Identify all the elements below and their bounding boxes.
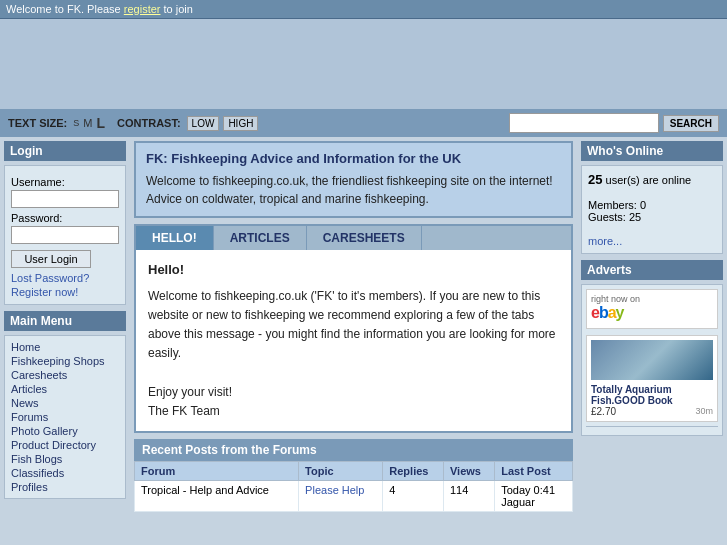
welcome-message-end: to join [160, 3, 192, 15]
login-section-title: Login [4, 141, 126, 161]
whos-online-box: 25 user(s) are online Members: 0 Guests:… [581, 165, 723, 254]
tab-hello[interactable]: HELLO! [136, 226, 214, 250]
menu-news[interactable]: News [11, 396, 119, 410]
tabs-header: HELLO! ARTICLES CARESHEETS [136, 226, 571, 250]
text-size-medium[interactable]: M [83, 117, 92, 129]
recent-posts-title: Recent Posts from the Forums [134, 439, 573, 461]
ad-book[interactable]: Totally Aquarium Fish.GOOD Book £2.70 30… [586, 335, 718, 422]
online-count: 25 [588, 172, 602, 187]
contrast-high-btn[interactable]: HIGH [223, 116, 258, 131]
divider [586, 426, 718, 427]
lastpost-cell: Today 0:41Jaguar [495, 481, 573, 512]
table-row: Tropical - Help and Advice Please Help 4… [135, 481, 573, 512]
menu-articles[interactable]: Articles [11, 382, 119, 396]
search-area: SEARCH [509, 113, 719, 133]
header-area [0, 19, 727, 109]
col-forum: Forum [135, 462, 299, 481]
menu-photo-gallery[interactable]: Photo Gallery [11, 424, 119, 438]
contrast-label: CONTRAST: [117, 117, 181, 129]
login-button[interactable]: User Login [11, 250, 91, 268]
ebay-ad[interactable]: right now on ebay [586, 289, 718, 329]
ebay-logo: ebay [591, 304, 713, 322]
hello-para2: Enjoy your visit! [148, 383, 559, 402]
tab-caresheets[interactable]: CARESHEETS [307, 226, 422, 250]
menu-caresheets[interactable]: Caresheets [11, 368, 119, 382]
adverts-title: Adverts [581, 260, 723, 280]
register-link[interactable]: Register now! [11, 286, 119, 298]
text-size-small[interactable]: S [73, 118, 79, 128]
members-label: Members: [588, 199, 637, 211]
text-size-area: TEXT SIZE: S M L CONTRAST: LOW HIGH [8, 115, 258, 131]
main-menu-title: Main Menu [4, 311, 126, 331]
ad-book-time: 30m [695, 406, 713, 416]
text-size-large[interactable]: L [96, 115, 105, 131]
search-button[interactable]: SEARCH [663, 115, 719, 132]
right-sidebar: Who's Online 25 user(s) are online Membe… [577, 137, 727, 522]
top-bar: Welcome to FK. Please register to join [0, 0, 727, 19]
menu-profiles[interactable]: Profiles [11, 480, 119, 494]
menu-home[interactable]: Home [11, 340, 119, 354]
ad-book-price: £2.70 [591, 406, 616, 417]
hello-para3: The FK Team [148, 402, 559, 421]
password-label: Password: [11, 212, 119, 224]
tab-articles[interactable]: ARTICLES [214, 226, 307, 250]
recent-posts-box: Recent Posts from the Forums Forum Topic… [134, 439, 573, 512]
ebay-label: right now on [591, 294, 713, 304]
col-views: Views [443, 462, 494, 481]
register-link[interactable]: register [124, 3, 161, 15]
col-lastpost: Last Post [495, 462, 573, 481]
more-link[interactable]: more... [588, 235, 622, 247]
forum-cell: Tropical - Help and Advice [135, 481, 299, 512]
main-menu: Home Fishkeeping Shops Caresheets Articl… [4, 335, 126, 499]
menu-forums[interactable]: Forums [11, 410, 119, 424]
guests-count: 25 [629, 211, 641, 223]
tab-content-hello: Hello! Welcome to fishkeeping.co.uk ('FK… [136, 250, 571, 431]
whos-online-title: Who's Online [581, 141, 723, 161]
fk-header-text: Welcome to fishkeeping.co.uk, the friend… [146, 172, 561, 208]
views-cell: 114 [443, 481, 494, 512]
contrast-low-btn[interactable]: LOW [187, 116, 220, 131]
menu-fishkeeping-shops[interactable]: Fishkeeping Shops [11, 354, 119, 368]
menu-product-directory[interactable]: Product Directory [11, 438, 119, 452]
username-input[interactable] [11, 190, 119, 208]
forum-table: Forum Topic Replies Views Last Post Trop… [134, 461, 573, 512]
main-layout: Login Username: Password: User Login Los… [0, 137, 727, 522]
menu-classifieds[interactable]: Classifieds [11, 466, 119, 480]
topic-cell[interactable]: Please Help [299, 481, 383, 512]
menu-fish-blogs[interactable]: Fish Blogs [11, 452, 119, 466]
fk-header-title: FK: Fishkeeping Advice and Information f… [146, 151, 561, 166]
login-links: Lost Password? Register now! [11, 272, 119, 298]
tabs-container: HELLO! ARTICLES CARESHEETS Hello! Welcom… [134, 224, 573, 433]
guests-label: Guests: [588, 211, 626, 223]
col-replies: Replies [383, 462, 444, 481]
hello-para1: Welcome to fishkeeping.co.uk ('FK' to it… [148, 287, 559, 364]
lost-password-link[interactable]: Lost Password? [11, 272, 119, 284]
col-topic: Topic [299, 462, 383, 481]
fk-header-box: FK: Fishkeeping Advice and Information f… [134, 141, 573, 218]
center-content: FK: Fishkeeping Advice and Information f… [130, 137, 577, 522]
ad-book-title: Totally Aquarium Fish.GOOD Book [591, 384, 713, 406]
ad-book-image [591, 340, 713, 380]
login-box: Username: Password: User Login Lost Pass… [4, 165, 126, 305]
text-size-label: TEXT SIZE: [8, 117, 67, 129]
search-input[interactable] [509, 113, 659, 133]
left-sidebar: Login Username: Password: User Login Los… [0, 137, 130, 522]
online-text: user(s) are online [606, 174, 692, 186]
username-label: Username: [11, 176, 119, 188]
replies-cell: 4 [383, 481, 444, 512]
welcome-message: Welcome to FK. Please [6, 3, 124, 15]
hello-heading: Hello! [148, 260, 559, 281]
password-input[interactable] [11, 226, 119, 244]
toolbar: TEXT SIZE: S M L CONTRAST: LOW HIGH SEAR… [0, 109, 727, 137]
adverts-box: right now on ebay Totally Aquarium Fish.… [581, 284, 723, 436]
members-count: 0 [640, 199, 646, 211]
